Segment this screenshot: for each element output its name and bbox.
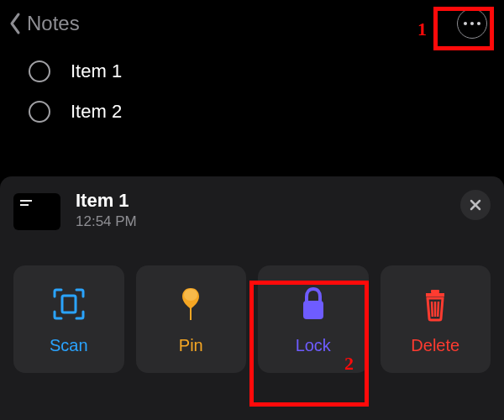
lock-icon	[293, 284, 333, 324]
trash-icon	[415, 284, 455, 324]
svg-point-3	[184, 289, 197, 301]
note-action-sheet: Item 1 12:54 PM	[0, 176, 504, 420]
scan-button[interactable]: Scan	[13, 265, 124, 373]
back-title: Notes	[27, 12, 80, 35]
pin-label: Pin	[179, 336, 203, 355]
sheet-title: Item 1	[76, 190, 460, 212]
scan-label: Scan	[50, 336, 88, 355]
note-thumbnail-icon	[13, 193, 60, 230]
delete-label: Delete	[411, 336, 459, 355]
notes-app-screen: Notes Item 1 Item 2 Item 1 12:54 PM	[0, 0, 504, 420]
more-icon	[464, 22, 480, 25]
sheet-subtitle: 12:54 PM	[76, 213, 460, 230]
more-options-button[interactable]	[457, 8, 487, 39]
pin-button[interactable]: Pin	[136, 265, 247, 373]
list-item[interactable]: Item 2	[29, 101, 484, 123]
delete-button[interactable]: Delete	[381, 265, 491, 373]
checkbox-icon[interactable]	[29, 101, 50, 123]
list-item-label: Item 1	[71, 60, 122, 82]
list-item[interactable]: Item 1	[29, 60, 484, 82]
lock-label: Lock	[296, 336, 331, 355]
close-button[interactable]	[460, 190, 491, 220]
close-icon	[469, 198, 482, 212]
action-row: Scan Pin Lock	[13, 265, 491, 373]
checklist: Item 1 Item 2	[0, 44, 504, 123]
nav-bar: Notes	[0, 0, 504, 44]
svg-rect-5	[426, 293, 444, 297]
pin-icon	[171, 284, 211, 324]
chevron-left-icon	[8, 12, 22, 35]
svg-rect-4	[303, 301, 323, 319]
list-item-label: Item 2	[71, 101, 122, 123]
svg-rect-6	[431, 290, 439, 293]
lock-button[interactable]: Lock	[258, 265, 369, 373]
svg-line-7	[432, 302, 433, 317]
svg-rect-2	[62, 296, 76, 312]
scan-icon	[49, 284, 89, 324]
sheet-header: Item 1 12:54 PM	[13, 190, 491, 230]
checkbox-icon[interactable]	[29, 60, 50, 82]
svg-line-9	[438, 302, 438, 317]
back-button[interactable]: Notes	[8, 12, 80, 35]
